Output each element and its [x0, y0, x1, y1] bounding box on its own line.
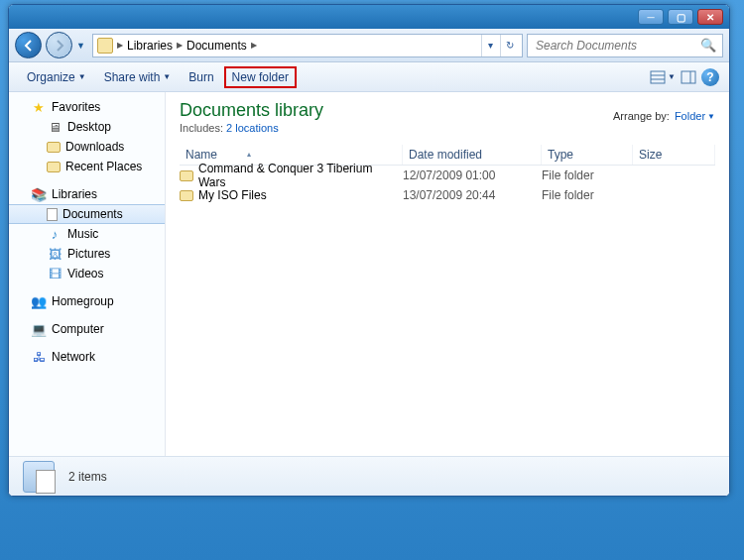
- search-icon: 🔍: [700, 38, 716, 53]
- explorer-window: ─ ▢ ✕ ▼ ▶ Libraries ▶ Documents ▶ ▾ ↻ 🔍: [8, 4, 730, 497]
- forward-button[interactable]: [46, 32, 72, 58]
- folder-icon: [47, 162, 61, 172]
- navbar: ▼ ▶ Libraries ▶ Documents ▶ ▾ ↻ 🔍: [9, 29, 729, 62]
- preview-pane-icon: [681, 70, 696, 84]
- toolbar: Organize▼ Share with▼ Burn New folder ▼ …: [9, 62, 729, 92]
- file-list: Command & Conquer 3 Tiberium Wars 12/07/…: [180, 166, 715, 205]
- change-view-button[interactable]: ▼: [650, 70, 676, 84]
- content-pane: Documents library Includes: 2 locations …: [166, 92, 729, 456]
- close-button[interactable]: ✕: [697, 9, 723, 25]
- organize-menu[interactable]: Organize▼: [19, 66, 94, 88]
- music-icon: ♪: [47, 226, 62, 242]
- star-icon: ★: [31, 99, 47, 115]
- body: ★Favorites 🖥Desktop Downloads Recent Pla…: [9, 92, 729, 456]
- refresh-button[interactable]: ↻: [500, 35, 518, 56]
- burn-button[interactable]: Burn: [181, 66, 221, 88]
- sort-indicator-icon: ▴: [247, 150, 251, 159]
- view-icon: [650, 70, 666, 84]
- breadcrumb-documents[interactable]: Documents: [186, 39, 247, 53]
- list-item[interactable]: My ISO Files 13/07/2009 20:44 File folde…: [180, 185, 715, 205]
- column-size[interactable]: Size: [633, 145, 715, 165]
- chevron-right-icon[interactable]: ▶: [251, 41, 257, 50]
- share-with-menu[interactable]: Share with▼: [96, 66, 180, 88]
- new-folder-button[interactable]: New folder: [224, 66, 297, 88]
- computer-icon: 💻: [31, 321, 47, 337]
- network-icon: 🖧: [31, 349, 47, 365]
- nav-music[interactable]: ♪Music: [9, 224, 165, 244]
- nav-computer[interactable]: 💻Computer: [9, 319, 165, 339]
- chevron-right-icon[interactable]: ▶: [117, 41, 123, 50]
- library-title: Documents library: [180, 100, 323, 121]
- history-dropdown[interactable]: ▼: [76, 41, 88, 51]
- search-input[interactable]: [534, 38, 700, 54]
- nav-pictures[interactable]: 🖼Pictures: [9, 244, 165, 264]
- preview-pane-button[interactable]: [678, 66, 699, 88]
- folder-icon: [47, 142, 61, 153]
- nav-favorites[interactable]: ★Favorites: [9, 97, 165, 117]
- homegroup-icon: 👥: [31, 293, 47, 309]
- svg-rect-0: [651, 71, 665, 83]
- nav-documents[interactable]: Documents: [9, 204, 165, 224]
- chevron-down-icon: ▼: [668, 72, 676, 81]
- arrow-right-icon: [54, 40, 65, 52]
- column-date[interactable]: Date modified: [403, 145, 542, 165]
- document-icon: [47, 208, 58, 221]
- chevron-down-icon: ▼: [163, 72, 171, 81]
- arrow-left-icon: [23, 40, 35, 52]
- arrange-by: Arrange by: Folder▼: [613, 100, 715, 122]
- item-count: 2 items: [68, 470, 107, 484]
- chevron-right-icon[interactable]: ▶: [177, 41, 183, 50]
- library-subtitle: Includes: 2 locations: [180, 122, 323, 134]
- folder-icon: [97, 38, 113, 54]
- nav-downloads[interactable]: Downloads: [9, 137, 165, 157]
- libraries-icon: 📚: [31, 186, 47, 202]
- search-box[interactable]: 🔍: [527, 34, 723, 57]
- nav-desktop[interactable]: 🖥Desktop: [9, 117, 165, 137]
- pictures-icon: 🖼: [47, 246, 62, 262]
- nav-videos[interactable]: 🎞Videos: [9, 264, 165, 283]
- videos-icon: 🎞: [47, 266, 62, 281]
- address-dropdown[interactable]: ▾: [481, 35, 499, 56]
- address-bar[interactable]: ▶ Libraries ▶ Documents ▶ ▾ ↻: [92, 34, 523, 57]
- titlebar: ─ ▢ ✕: [9, 5, 729, 29]
- locations-link[interactable]: 2 locations: [226, 122, 279, 134]
- arrange-by-dropdown[interactable]: Folder▼: [675, 110, 715, 122]
- minimize-button[interactable]: ─: [638, 9, 664, 25]
- back-button[interactable]: [15, 32, 42, 58]
- maximize-button[interactable]: ▢: [668, 9, 693, 25]
- details-icon: [23, 461, 55, 493]
- nav-libraries[interactable]: 📚Libraries: [9, 184, 165, 204]
- list-item[interactable]: Command & Conquer 3 Tiberium Wars 12/07/…: [180, 166, 715, 185]
- column-type[interactable]: Type: [542, 145, 633, 165]
- nav-homegroup[interactable]: 👥Homegroup: [9, 291, 165, 311]
- navigation-pane: ★Favorites 🖥Desktop Downloads Recent Pla…: [9, 92, 166, 456]
- svg-rect-3: [682, 71, 695, 83]
- chevron-down-icon: ▼: [707, 112, 715, 121]
- help-button[interactable]: ?: [701, 68, 719, 86]
- chevron-down-icon: ▼: [78, 72, 86, 81]
- nav-network[interactable]: 🖧Network: [9, 347, 165, 367]
- details-pane: 2 items: [9, 456, 729, 496]
- nav-recent-places[interactable]: Recent Places: [9, 157, 165, 176]
- folder-icon: [180, 170, 193, 181]
- breadcrumb-libraries[interactable]: Libraries: [127, 39, 173, 53]
- folder-icon: [180, 190, 193, 201]
- desktop-icon: 🖥: [47, 119, 62, 135]
